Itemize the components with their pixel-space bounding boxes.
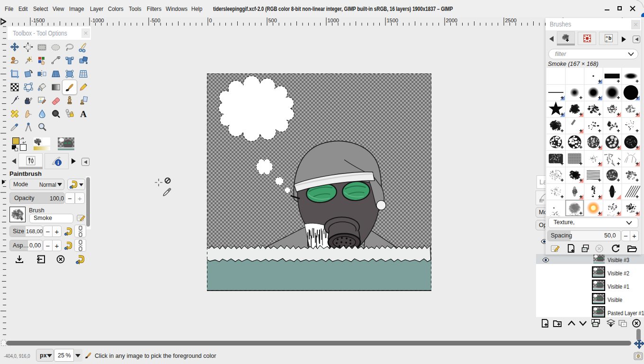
- svg-text:500: 500: [268, 18, 277, 23]
- svg-text:1000: 1000: [328, 18, 339, 23]
- svg-text:-500: -500: [150, 18, 161, 23]
- svg-text:-1000: -1000: [91, 18, 104, 23]
- svg-text:2000: 2000: [446, 18, 457, 23]
- svg-text:-1500: -1500: [32, 18, 45, 23]
- svg-text:1500: 1500: [387, 18, 398, 23]
- svg-text:0: 0: [209, 18, 212, 23]
- svg-text:A: A: [80, 109, 87, 119]
- svg-text:2500: 2500: [505, 18, 517, 23]
